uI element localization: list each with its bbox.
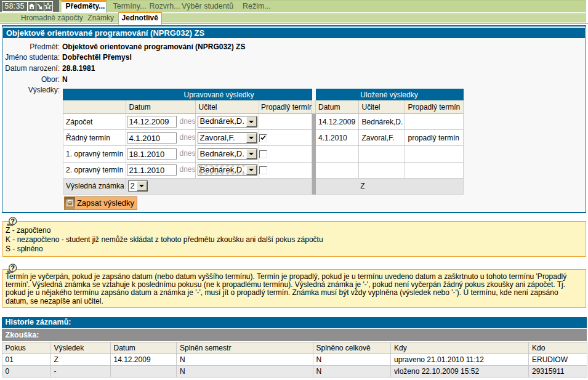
svg-text:?: ? — [10, 264, 14, 272]
svg-text:?: ? — [10, 217, 14, 224]
